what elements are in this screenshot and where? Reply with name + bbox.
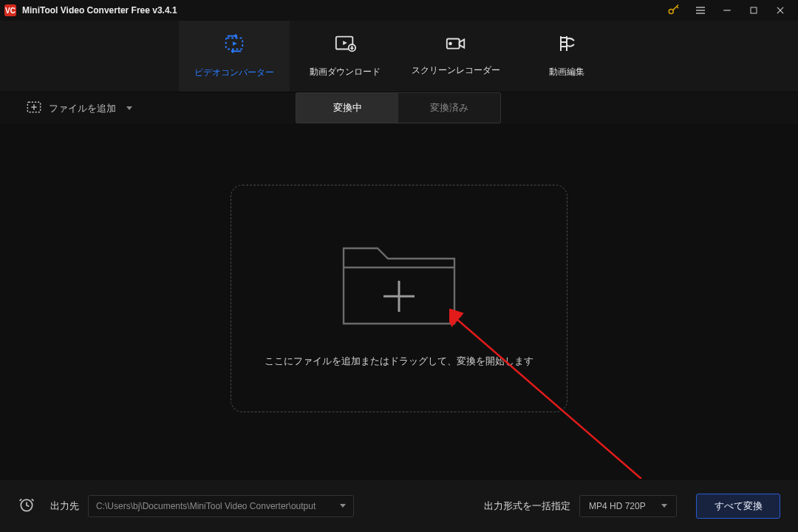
folder-plus-icon — [336, 229, 462, 335]
output-format-label: 出力形式を一括指定 — [484, 499, 570, 513]
app-logo: VC — [4, 4, 16, 16]
close-button[interactable] — [767, 0, 794, 21]
segment-converting[interactable]: 変換中 — [296, 93, 398, 123]
tab-label: スクリーンレコーダー — [412, 64, 500, 77]
output-format-value: MP4 HD 720P — [589, 501, 646, 511]
minimize-button[interactable] — [714, 0, 740, 21]
movie-maker-icon — [557, 34, 576, 55]
main-tabs: ビデオコンバーター 動画ダウンロード スクリーンレコーダー — [0, 21, 798, 92]
unlock-key-icon[interactable] — [661, 0, 687, 21]
clock-icon[interactable] — [18, 496, 35, 516]
output-folder-select[interactable]: C:\Users\bj\Documents\MiniTool Video Con… — [88, 495, 354, 517]
convert-all-button[interactable]: すべて変換 — [696, 494, 780, 519]
output-folder-path: C:\Users\bj\Documents\MiniTool Video Con… — [96, 501, 316, 511]
tab-label: 動画編集 — [549, 66, 584, 78]
add-files-label: ファイルを追加 — [49, 102, 116, 115]
svg-rect-5 — [751, 7, 757, 13]
dropzone-hint: ここにファイルを追加またはドラッグして、変換を開始します — [265, 355, 533, 368]
svg-point-0 — [669, 10, 673, 14]
status-segment: 変換中 変換済み — [296, 92, 501, 123]
tab-label: 動画ダウンロード — [310, 66, 381, 78]
svg-point-14 — [449, 42, 452, 46]
content-stage: ここにファイルを追加またはドラッグして、変換を開始します — [0, 124, 798, 479]
tab-screen-recorder[interactable]: スクリーンレコーダー — [400, 21, 511, 92]
tab-video-download[interactable]: 動画ダウンロード — [290, 21, 400, 92]
svg-marker-11 — [343, 41, 347, 45]
segment-converted[interactable]: 変換済み — [398, 93, 500, 123]
chevron-down-icon — [340, 504, 346, 508]
maximize-button[interactable] — [740, 0, 767, 21]
tab-label: ビデオコンバーター — [194, 66, 274, 79]
app-title: MiniTool Video Converter Free v3.4.1 — [22, 5, 177, 16]
chevron-down-icon — [661, 504, 667, 508]
add-file-icon — [27, 100, 41, 116]
svg-marker-9 — [233, 41, 237, 46]
titlebar: VC MiniTool Video Converter Free v3.4.1 — [0, 0, 798, 21]
download-video-icon — [334, 34, 356, 55]
bottombar: 出力先 C:\Users\bj\Documents\MiniTool Video… — [0, 479, 798, 532]
tab-video-converter[interactable]: ビデオコンバーター — [179, 21, 290, 92]
convert-loop-icon — [223, 33, 245, 56]
output-folder-label: 出力先 — [50, 499, 79, 513]
camcorder-icon — [445, 35, 467, 54]
add-files-button[interactable]: ファイルを追加 — [22, 98, 137, 119]
chevron-down-icon — [126, 106, 132, 110]
tab-video-editor[interactable]: 動画編集 — [511, 21, 622, 92]
hamburger-menu-icon[interactable] — [687, 0, 714, 21]
output-format-select[interactable]: MP4 HD 720P — [579, 495, 677, 517]
file-dropzone[interactable]: ここにファイルを追加またはドラッグして、変換を開始します — [231, 185, 567, 412]
